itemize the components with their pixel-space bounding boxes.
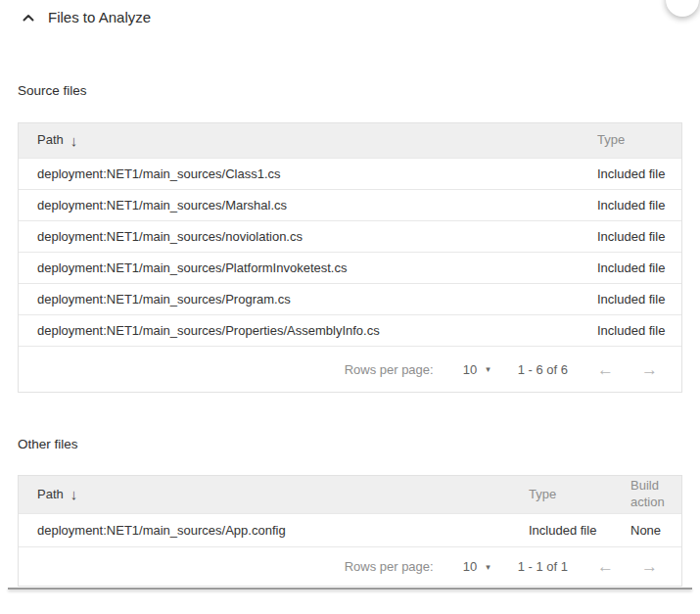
- type-cell: Included file: [597, 229, 681, 244]
- previous-page-button[interactable]: ←: [597, 558, 614, 575]
- column-header-path[interactable]: Path ↓: [19, 487, 529, 503]
- type-cell: Included file: [597, 198, 681, 213]
- files-to-analyze-header[interactable]: Files to Analyze: [23, 9, 151, 25]
- type-cell: Included file: [597, 166, 681, 181]
- table-row: deployment:NET1/main_sources/PlatformInv…: [19, 252, 681, 283]
- table-row: deployment:NET1/main_sources/noviolation…: [19, 220, 681, 252]
- path-cell: deployment:NET1/main_sources/App.config: [19, 523, 529, 538]
- type-cell: Included file: [529, 523, 630, 538]
- column-header-path-label: Path: [37, 132, 64, 149]
- dropdown-caret-icon: ▾: [486, 562, 490, 572]
- build-action-cell: None: [630, 523, 681, 538]
- column-header-build-action[interactable]: Build action: [630, 478, 681, 511]
- floating-action-button[interactable]: [666, 0, 699, 17]
- page-range-label: 1 - 1 of 1: [518, 559, 568, 574]
- rows-per-page-label: Rows per page:: [345, 362, 434, 377]
- table-pagination: Rows per page: 10 ▾ 1 - 1 of 1 ← →: [19, 546, 681, 586]
- type-cell: Included file: [597, 292, 681, 307]
- column-header-path-label: Path: [37, 487, 64, 503]
- page-range-label: 1 - 6 of 6: [518, 362, 568, 377]
- column-header-path[interactable]: Path ↓: [19, 132, 597, 149]
- chevron-up-icon: [23, 14, 34, 22]
- next-page-button[interactable]: →: [641, 361, 658, 378]
- rows-per-page-label: Rows per page:: [345, 559, 434, 574]
- type-cell: Included file: [597, 260, 681, 275]
- table-row: deployment:NET1/main_sources/Class1.cs I…: [19, 158, 681, 189]
- table-header-row: Path ↓ Type Build action: [19, 476, 681, 513]
- rows-per-page-select[interactable]: 10 ▾: [463, 362, 490, 377]
- path-cell: deployment:NET1/main_sources/Properties/…: [19, 323, 597, 338]
- column-header-type[interactable]: Type: [529, 487, 630, 503]
- table-row: deployment:NET1/main_sources/Program.cs …: [19, 283, 681, 314]
- section-title: Files to Analyze: [48, 9, 151, 25]
- path-cell: deployment:NET1/main_sources/PlatformInv…: [19, 260, 597, 275]
- next-page-button[interactable]: →: [641, 558, 658, 575]
- previous-page-button[interactable]: ←: [597, 361, 614, 378]
- type-cell: Included file: [597, 323, 681, 338]
- path-cell: deployment:NET1/main_sources/noviolation…: [19, 229, 597, 244]
- table-row: deployment:NET1/main_sources/Marshal.cs …: [19, 189, 681, 220]
- path-cell: deployment:NET1/main_sources/Marshal.cs: [19, 198, 597, 213]
- dropdown-caret-icon: ▾: [486, 364, 490, 374]
- path-cell: deployment:NET1/main_sources/Class1.cs: [19, 166, 597, 181]
- rows-per-page-value: 10: [463, 362, 477, 377]
- table-pagination: Rows per page: 10 ▾ 1 - 6 of 6 ← →: [19, 346, 681, 392]
- section-bottom-divider: [8, 588, 692, 590]
- other-files-label: Other files: [18, 437, 78, 451]
- column-header-type[interactable]: Type: [597, 132, 681, 149]
- rows-per-page-value: 10: [463, 559, 477, 574]
- path-cell: deployment:NET1/main_sources/Program.cs: [19, 292, 597, 307]
- rows-per-page-select[interactable]: 10 ▾: [463, 559, 490, 574]
- sort-desc-icon: ↓: [70, 133, 78, 148]
- table-row: deployment:NET1/main_sources/App.config …: [19, 513, 681, 546]
- sort-desc-icon: ↓: [70, 487, 78, 501]
- source-files-table: Path ↓ Type deployment:NET1/main_sources…: [18, 122, 682, 393]
- table-row: deployment:NET1/main_sources/Properties/…: [19, 314, 681, 346]
- table-header-row: Path ↓ Type: [19, 123, 681, 158]
- other-files-table: Path ↓ Type Build action deployment:NET1…: [18, 475, 682, 587]
- source-files-label: Source files: [18, 83, 87, 98]
